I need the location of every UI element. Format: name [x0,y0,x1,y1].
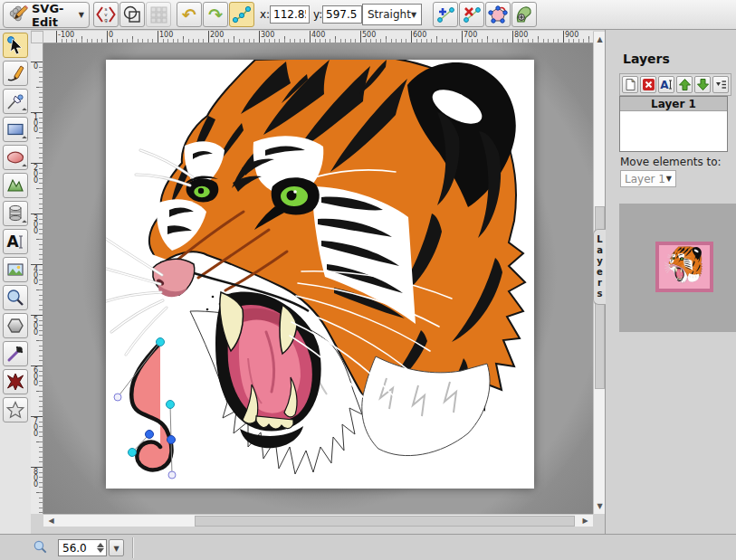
ruler-label: 500 [362,31,376,39]
path-node[interactable] [129,449,137,457]
tool-star[interactable] [3,397,28,422]
node-y-label: y: [313,8,322,21]
svg-canvas[interactable] [106,60,534,489]
move-elements-caret-icon: ▼ [666,175,672,183]
add-node-button[interactable] [433,2,458,27]
eyedropper-icon [5,344,25,364]
star-icon [5,400,25,420]
horizontal-ruler: -10001002003004005006007008009001000 [43,31,593,43]
svg-edit-window: SVG-Edit ▼ s v g [0,0,736,560]
path-edit-overlay [106,60,534,489]
zoom-icon [5,288,25,308]
path-node[interactable] [157,338,165,346]
layers-side-tab[interactable]: Layers [593,229,606,305]
control-handle[interactable] [168,471,176,479]
ruler-label: 200 [33,165,38,184]
delete-node-button[interactable] [459,2,484,27]
new-layer-button[interactable] [622,76,638,93]
segment-type-caret-icon: ▼ [411,11,416,19]
source-code-button[interactable]: s v g [93,2,119,27]
horizontal-scroll-thumb[interactable] [195,516,575,527]
main-menu-button[interactable]: SVG-Edit ▼ [3,2,90,28]
tool-shape-library[interactable] [3,201,28,226]
open-path-button[interactable] [485,2,511,27]
segment-type-value: Straight [368,8,411,21]
link-control-points-button[interactable] [229,2,254,27]
move-elements-select[interactable]: Layer 1 ▼ [620,170,676,187]
add-subpath-icon [514,5,534,24]
tool-text[interactable]: A [3,229,28,254]
ruler-corner [31,31,43,43]
ruler-major-tick [107,31,108,43]
raise-layer-button[interactable] [676,76,693,93]
flyout-arrow-icon [22,164,27,169]
ruler-label: 400 [311,31,325,39]
tool-eyedropper[interactable] [3,341,28,366]
ruler-major-tick [512,31,513,43]
source-code-icon: s v g [96,5,116,24]
delete-layer-icon [642,78,655,91]
move-elements-label: Move elements to: [620,156,722,168]
tool-rect[interactable] [3,117,28,142]
drawing-workspace[interactable] [43,43,593,514]
node-x-label: x: [260,8,270,21]
pencil-icon [5,63,25,83]
path-node[interactable] [167,436,176,444]
undo-icon: ↶ [182,6,196,24]
tool-polygon[interactable] [3,313,28,338]
ruler-label: 700 [464,31,477,39]
grid-icon [149,5,167,24]
tool-image[interactable] [3,257,28,282]
layer-row-selected[interactable]: Layer 1 [620,97,727,111]
segment-type-select[interactable]: Straight ▼ [362,4,422,25]
ruler-label: 300 [261,31,274,39]
layer-list: Layer 1 [619,96,728,152]
wireframe-mode-button[interactable] [119,2,145,27]
bottom-bar: ▼ [0,534,736,560]
path-node[interactable] [167,401,175,409]
layer-preview-area [619,204,736,332]
snap-to-grid-button[interactable] [146,2,171,27]
text-icon: A [5,232,25,252]
scroll-left-arrow[interactable]: ◀ [45,515,57,527]
ruler-major-tick [259,31,260,43]
lower-layer-button[interactable] [694,76,711,93]
ruler-label: 600 [413,31,426,39]
node-x-input[interactable] [270,5,310,24]
path-node[interactable] [146,431,154,439]
horizontal-scrollbar[interactable]: ◀ ▶ [43,514,593,527]
layer-menu-icon [714,78,728,91]
scroll-right-arrow[interactable]: ▶ [579,515,591,527]
tool-ellipse[interactable] [3,145,28,170]
tool-select[interactable] [3,33,28,58]
rename-layer-button[interactable]: A [658,76,674,93]
image-icon [5,260,25,280]
ruler-label: 700 [33,418,38,437]
ruler-label: 0 [109,31,113,39]
ruler-major-tick [56,31,57,43]
delete-layer-button[interactable] [640,76,656,93]
ruler-major-tick [208,31,209,43]
zoom-preset-dropdown[interactable]: ▼ [109,539,124,556]
vertical-ruler: 0100200300400500600700800900 [31,43,43,514]
tool-path[interactable] [3,173,28,198]
tool-line[interactable] [3,89,28,114]
tool-pencil[interactable] [3,61,28,86]
redo-button[interactable]: ↷ [203,2,228,27]
tool-zoom[interactable] [3,285,28,310]
layer-menu-button[interactable] [712,76,729,93]
flyout-arrow-icon [22,220,27,225]
logo-caret-icon: ▼ [79,11,84,19]
zoom-level-input[interactable] [59,542,90,555]
zoom-spinner[interactable] [97,543,104,553]
select-icon [5,35,25,55]
undo-button[interactable]: ↶ [177,2,202,27]
ruler-label: 600 [33,367,38,386]
tool-cross-shape[interactable] [3,369,28,394]
node-y-input[interactable] [322,5,362,24]
add-subpath-button[interactable] [511,2,537,27]
control-handle[interactable] [114,394,121,401]
open-path-icon [488,5,508,24]
edited-path[interactable] [131,343,171,470]
tools-palette: A [0,30,31,534]
